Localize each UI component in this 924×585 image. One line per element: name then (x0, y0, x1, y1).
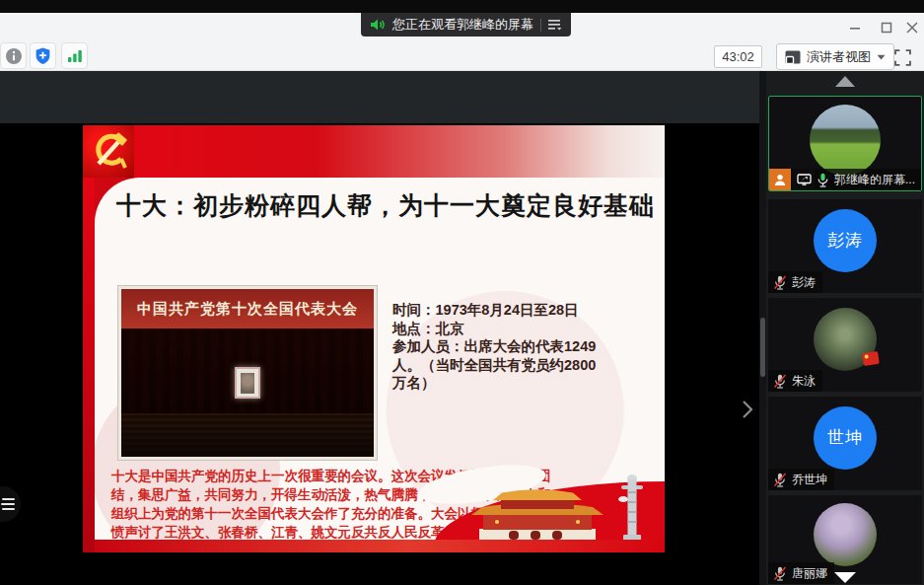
participants-sidebar: 郭继峰的屏幕... 彭涛 彭涛 (766, 71, 924, 585)
mic-on-icon (815, 172, 830, 187)
pill-divider (540, 19, 541, 32)
congress-photo: 中国共产党第十次全国代表大会 (118, 286, 377, 460)
triangle-up-icon (834, 75, 856, 88)
participant-name: 郭继峰的屏幕... (834, 172, 915, 188)
party-emblem-icon (83, 125, 134, 178)
close-icon (906, 22, 918, 34)
participant-tile-qiaoshikun[interactable]: 世坤 乔世坤 (768, 397, 922, 490)
layout-icon (785, 50, 801, 64)
mic-muted-icon (772, 274, 788, 290)
participant-tiles: 郭继峰的屏幕... 彭涛 彭涛 (766, 96, 924, 584)
congress-hall-image (121, 329, 374, 457)
participant-name-bar: 乔世坤 (768, 469, 834, 490)
participant-tile-zhuyong[interactable]: 朱泳 (768, 298, 922, 392)
slide-red-banner (83, 125, 665, 178)
participant-name-bar: 郭继峰的屏幕... (769, 169, 921, 190)
scroll-up-button[interactable] (766, 75, 924, 88)
portrait-image (235, 367, 260, 399)
participant-tile-guojifeng-screen[interactable]: 郭继峰的屏幕... (768, 96, 922, 191)
slide-bottom-band (95, 540, 665, 552)
chevron-down-icon (877, 54, 886, 60)
watching-banner: 您正在观看郭继峰的屏幕 (361, 13, 571, 37)
mic-muted-icon (772, 472, 788, 487)
huabiao-column-illustration (617, 472, 647, 547)
watching-options-menu[interactable] (548, 19, 562, 31)
slide-title: 十大：初步粉碎四人帮，为十一大奠定良好基础 (116, 189, 654, 222)
minimize-icon (849, 22, 861, 34)
signal-bars-icon (67, 49, 83, 63)
avatar-initials: 彭涛 (814, 209, 877, 272)
avatar (810, 105, 881, 176)
participant-name-bar: 彭涛 (768, 271, 822, 293)
network-quality-button[interactable] (61, 42, 88, 69)
maximize-icon (881, 22, 892, 34)
window-top-strip (0, 0, 924, 13)
shared-screen-area: 十大：初步粉碎四人帮，为十一大奠定良好基础 中国共产党第十次全国代表大会 时间：… (0, 71, 766, 585)
timer-value: 43:02 (722, 49, 754, 64)
scrollbar-thumb[interactable] (760, 318, 765, 377)
slide-left-stripe (83, 178, 95, 552)
chevron-right-icon (742, 400, 753, 419)
maximize-button[interactable] (876, 19, 897, 37)
security-button[interactable] (30, 42, 56, 69)
congress-hall-floor (121, 413, 374, 457)
avatar (814, 503, 877, 566)
avatar-initials: 世坤 (814, 406, 877, 470)
main-area-scrollbar[interactable] (759, 71, 766, 585)
speaker-icon (370, 18, 386, 32)
minimize-button[interactable] (844, 19, 866, 37)
participant-name: 朱泳 (792, 373, 816, 390)
meeting-info-button[interactable] (0, 42, 27, 69)
expand-panel-chevron[interactable] (737, 397, 758, 422)
meeting-window: 您正在观看郭继峰的屏幕 (0, 0, 924, 585)
participant-name: 彭涛 (792, 274, 816, 291)
congress-photo-banner: 中国共产党第十次全国代表大会 (121, 289, 374, 329)
participant-tile-pengtao[interactable]: 彭涛 彭涛 (768, 199, 922, 293)
avatar (814, 308, 877, 371)
host-badge (769, 169, 791, 190)
close-button[interactable] (901, 19, 923, 37)
slide-content: 十大：初步粉碎四人帮，为十一大奠定良好基础 中国共产党第十次全国代表大会 时间：… (95, 178, 665, 552)
watching-banner-text: 您正在观看郭继峰的屏幕 (392, 16, 533, 34)
person-icon (773, 173, 787, 186)
presentation-slide: 十大：初步粉碎四人帮，为十一大奠定良好基础 中国共产党第十次全国代表大会 时间：… (83, 125, 665, 552)
shared-screen-gray-band (0, 71, 759, 123)
screen-share-badge (793, 169, 815, 190)
shield-plus-icon (35, 47, 51, 65)
participant-name: 乔世坤 (792, 472, 827, 488)
tiananmen-illustration (454, 483, 621, 545)
triangle-down-icon (833, 571, 857, 584)
fullscreen-icon (894, 49, 911, 66)
flag-badge (862, 351, 880, 366)
fullscreen-button[interactable] (890, 45, 914, 69)
screen-share-icon (797, 174, 812, 186)
info-icon (5, 47, 23, 65)
view-mode-button[interactable]: 演讲者视图 (776, 43, 894, 70)
list-menu-icon (548, 19, 562, 31)
meeting-timer: 43:02 (714, 45, 762, 68)
mic-muted-icon (772, 373, 788, 389)
scroll-down-button[interactable] (766, 571, 924, 584)
participant-name-bar: 朱泳 (768, 370, 822, 392)
slide-info-text: 时间：1973年8月24日至28日 地点：北京 参加人员：出席大会的代表1249… (392, 301, 655, 393)
view-mode-label: 演讲者视图 (807, 48, 871, 66)
